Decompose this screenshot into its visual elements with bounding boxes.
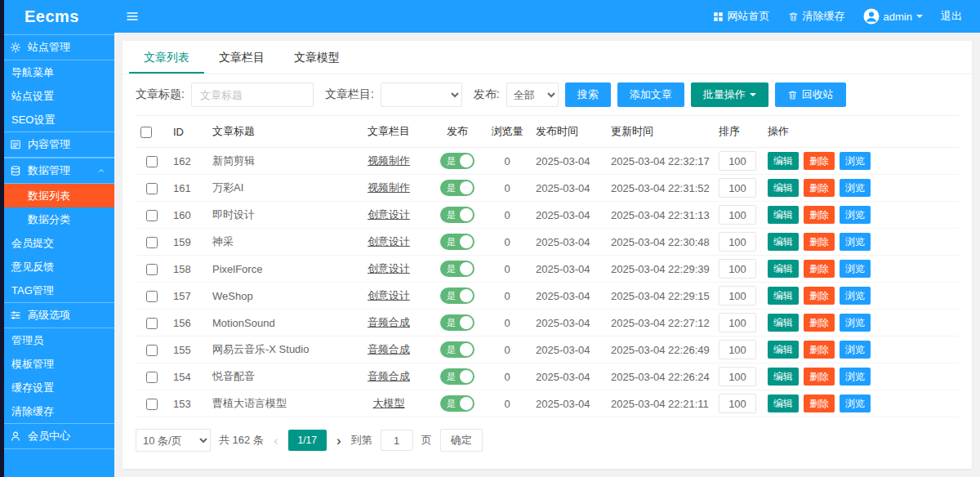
delete-button[interactable]: 删除 (804, 341, 835, 359)
recycle-bin-button[interactable]: 回收站 (775, 82, 846, 107)
nav-site-home[interactable]: 网站首页 (713, 9, 770, 24)
publish-toggle[interactable]: 是 (440, 261, 474, 277)
row-checkbox[interactable] (146, 372, 158, 383)
publish-toggle[interactable]: 是 (440, 180, 474, 196)
add-article-button[interactable]: 添加文章 (617, 82, 684, 107)
row-checkbox[interactable] (146, 264, 158, 275)
row-checkbox[interactable] (146, 318, 158, 329)
delete-button[interactable]: 删除 (804, 314, 835, 332)
delete-button[interactable]: 删除 (804, 206, 835, 224)
category-link[interactable]: 创意设计 (368, 289, 410, 301)
tab-2[interactable]: 文章栏目 (204, 41, 279, 74)
row-checkbox[interactable] (146, 399, 158, 410)
publish-toggle[interactable]: 是 (440, 368, 474, 385)
category-link[interactable]: 音频合成 (368, 343, 410, 355)
sidebar-item-advanced-options[interactable]: 高级选项 (0, 302, 114, 328)
publish-toggle[interactable]: 是 (440, 314, 474, 331)
view-button[interactable]: 浏览 (840, 395, 871, 412)
sidebar-item-seo-settings[interactable]: SEO设置 (0, 108, 114, 132)
edit-button[interactable]: 编辑 (768, 206, 799, 224)
sidebar-item-data-list[interactable]: 数据列表 (0, 184, 114, 207)
sidebar-item-member-submit[interactable]: 会员提交 (0, 231, 114, 255)
sidebar-item-cache-settings[interactable]: 缓存设置 (0, 376, 114, 399)
sidebar-item-member-center[interactable]: 会员中心 (0, 423, 114, 449)
title-search-input[interactable] (191, 82, 314, 107)
tab-1[interactable]: 文章列表 (129, 41, 204, 74)
batch-actions-button[interactable]: 批量操作 (691, 82, 768, 107)
delete-button[interactable]: 删除 (804, 179, 835, 197)
sidebar-item-clear-cache[interactable]: 清除缓存 (0, 399, 114, 423)
search-button[interactable]: 搜索 (565, 82, 611, 107)
view-button[interactable]: 浏览 (840, 206, 871, 224)
edit-button[interactable]: 编辑 (768, 260, 799, 278)
edit-button[interactable]: 编辑 (768, 395, 799, 412)
sort-input[interactable] (719, 232, 756, 252)
category-link[interactable]: 创意设计 (368, 208, 410, 221)
sort-input[interactable] (719, 340, 756, 359)
sort-input[interactable] (719, 178, 756, 198)
sidebar-item-site-settings[interactable]: 站点设置 (0, 84, 114, 108)
view-button[interactable]: 浏览 (840, 179, 871, 197)
row-checkbox[interactable] (146, 183, 158, 194)
sidebar-item-data-management[interactable]: 数据管理 (0, 158, 114, 184)
sort-input[interactable] (719, 205, 756, 225)
publish-toggle[interactable]: 是 (440, 234, 474, 250)
sidebar-item-data-category[interactable]: 数据分类 (0, 207, 114, 231)
sort-input[interactable] (719, 367, 756, 386)
next-page-button[interactable]: › (335, 434, 343, 448)
goto-page-input[interactable] (381, 430, 413, 451)
view-button[interactable]: 浏览 (840, 260, 871, 278)
publish-toggle[interactable]: 是 (440, 395, 474, 412)
delete-button[interactable]: 删除 (804, 287, 835, 305)
view-button[interactable]: 浏览 (840, 314, 871, 332)
row-checkbox[interactable] (146, 345, 158, 356)
publish-select[interactable]: 全部 (506, 82, 559, 107)
app-logo[interactable]: Eecms (0, 7, 114, 26)
delete-button[interactable]: 删除 (804, 368, 835, 386)
category-select[interactable] (381, 82, 462, 107)
publish-toggle[interactable]: 是 (440, 341, 474, 358)
prev-page-button[interactable]: ‹ (272, 434, 280, 448)
sort-input[interactable] (719, 259, 756, 279)
row-checkbox[interactable] (146, 291, 158, 302)
category-link[interactable]: 大模型 (373, 397, 405, 409)
edit-button[interactable]: 编辑 (768, 287, 799, 305)
view-button[interactable]: 浏览 (840, 341, 871, 359)
delete-button[interactable]: 删除 (804, 233, 835, 251)
view-button[interactable]: 浏览 (840, 233, 871, 251)
page-size-select[interactable]: 10 条/页 (136, 429, 211, 452)
category-link[interactable]: 音频合成 (368, 316, 410, 328)
confirm-button[interactable]: 确定 (440, 429, 483, 452)
sidebar-item-template-management[interactable]: 模板管理 (0, 352, 114, 376)
edit-button[interactable]: 编辑 (768, 233, 799, 251)
sort-input[interactable] (719, 151, 756, 171)
publish-toggle[interactable]: 是 (440, 207, 474, 223)
category-link[interactable]: 创意设计 (368, 235, 410, 247)
delete-button[interactable]: 删除 (804, 152, 835, 170)
sort-input[interactable] (719, 313, 756, 332)
sidebar-item-tag-management[interactable]: TAG管理 (0, 279, 114, 302)
sort-input[interactable] (719, 394, 756, 413)
edit-button[interactable]: 编辑 (768, 152, 799, 170)
edit-button[interactable]: 编辑 (768, 179, 799, 197)
category-link[interactable]: 音频合成 (368, 370, 410, 382)
hamburger-icon[interactable] (114, 0, 150, 33)
sidebar-item-site-management[interactable]: 站点管理 (0, 34, 114, 60)
nav-clear-cache[interactable]: 清除缓存 (788, 9, 845, 24)
category-link[interactable]: 视频制作 (368, 181, 410, 194)
row-checkbox[interactable] (146, 237, 158, 248)
delete-button[interactable]: 删除 (804, 260, 835, 278)
sort-input[interactable] (719, 286, 756, 305)
logout-link[interactable]: 退出 (941, 9, 962, 24)
view-button[interactable]: 浏览 (840, 368, 871, 386)
sidebar-item-admin-manager[interactable]: 管理员 (0, 328, 114, 352)
select-all-checkbox[interactable] (140, 127, 152, 138)
publish-toggle[interactable]: 是 (440, 153, 474, 169)
sidebar-item-content-management[interactable]: 内容管理 (0, 132, 114, 158)
delete-button[interactable]: 删除 (804, 395, 835, 412)
edit-button[interactable]: 编辑 (768, 341, 799, 359)
sidebar-item-nav-menu[interactable]: 导航菜单 (0, 60, 114, 84)
edit-button[interactable]: 编辑 (768, 314, 799, 332)
user-menu[interactable]: admin (863, 8, 923, 25)
row-checkbox[interactable] (146, 210, 158, 221)
